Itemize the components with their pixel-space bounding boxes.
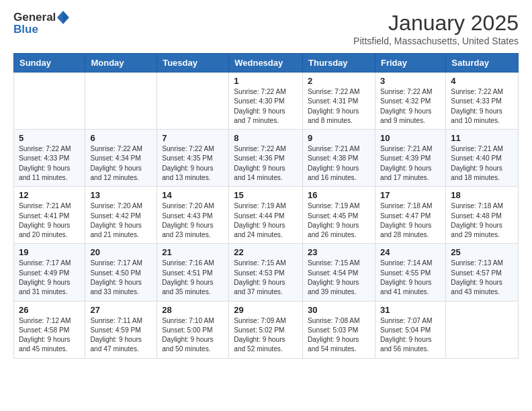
day-cell-21: 21Sunrise: 7:16 AMSunset: 4:51 PMDayligh… xyxy=(157,244,229,301)
logo-text: General Blue xyxy=(13,11,71,36)
day-info: Sunrise: 7:08 AMSunset: 5:03 PMDaylight:… xyxy=(308,316,370,355)
day-info: Sunrise: 7:19 AMSunset: 4:44 PMDaylight:… xyxy=(234,201,298,240)
day-cell-15: 15Sunrise: 7:19 AMSunset: 4:44 PMDayligh… xyxy=(229,187,303,244)
day-info: Sunrise: 7:22 AMSunset: 4:36 PMDaylight:… xyxy=(234,144,298,183)
day-cell-19: 19Sunrise: 7:17 AMSunset: 4:49 PMDayligh… xyxy=(14,244,85,301)
day-info: Sunrise: 7:22 AMSunset: 4:32 PMDaylight:… xyxy=(380,87,441,126)
day-cell-28: 28Sunrise: 7:10 AMSunset: 5:00 PMDayligh… xyxy=(157,301,229,358)
empty-cell xyxy=(157,73,229,130)
day-cell-13: 13Sunrise: 7:20 AMSunset: 4:42 PMDayligh… xyxy=(85,187,157,244)
day-cell-16: 16Sunrise: 7:19 AMSunset: 4:45 PMDayligh… xyxy=(303,187,375,244)
logo-icon xyxy=(57,11,69,24)
week-row-4: 19Sunrise: 7:17 AMSunset: 4:49 PMDayligh… xyxy=(14,244,519,301)
day-info: Sunrise: 7:22 AMSunset: 4:30 PMDaylight:… xyxy=(234,87,298,126)
day-info: Sunrise: 7:16 AMSunset: 4:51 PMDaylight:… xyxy=(162,259,224,297)
day-cell-17: 17Sunrise: 7:18 AMSunset: 4:47 PMDayligh… xyxy=(375,187,445,244)
day-info: Sunrise: 7:22 AMSunset: 4:33 PMDaylight:… xyxy=(19,144,80,183)
day-cell-4: 4Sunrise: 7:22 AMSunset: 4:33 PMDaylight… xyxy=(446,73,519,130)
day-cell-14: 14Sunrise: 7:20 AMSunset: 4:43 PMDayligh… xyxy=(157,187,229,244)
day-info: Sunrise: 7:14 AMSunset: 4:55 PMDaylight:… xyxy=(380,259,441,297)
day-number: 8 xyxy=(234,133,298,143)
day-cell-25: 25Sunrise: 7:13 AMSunset: 4:57 PMDayligh… xyxy=(446,244,519,301)
day-number: 5 xyxy=(19,133,80,143)
day-number: 18 xyxy=(451,190,513,200)
day-cell-6: 6Sunrise: 7:22 AMSunset: 4:34 PMDaylight… xyxy=(85,130,157,187)
day-info: Sunrise: 7:17 AMSunset: 4:50 PMDaylight:… xyxy=(90,259,152,297)
day-number: 28 xyxy=(162,305,224,315)
day-info: Sunrise: 7:22 AMSunset: 4:35 PMDaylight:… xyxy=(162,144,224,183)
day-info: Sunrise: 7:22 AMSunset: 4:34 PMDaylight:… xyxy=(90,144,152,183)
day-number: 29 xyxy=(234,305,298,315)
day-cell-29: 29Sunrise: 7:09 AMSunset: 5:02 PMDayligh… xyxy=(229,301,303,358)
weekday-header-tuesday: Tuesday xyxy=(157,54,229,73)
logo-general: General xyxy=(13,11,56,24)
weekday-header-row: SundayMondayTuesdayWednesdayThursdayFrid… xyxy=(14,54,519,73)
logo-blue: Blue xyxy=(13,23,71,36)
day-number: 21 xyxy=(162,247,224,257)
day-cell-7: 7Sunrise: 7:22 AMSunset: 4:35 PMDaylight… xyxy=(157,130,229,187)
day-number: 7 xyxy=(162,133,224,143)
day-number: 9 xyxy=(308,133,370,143)
day-cell-31: 31Sunrise: 7:07 AMSunset: 5:04 PMDayligh… xyxy=(375,301,445,358)
day-info: Sunrise: 7:18 AMSunset: 4:48 PMDaylight:… xyxy=(451,201,513,240)
week-row-1: 1Sunrise: 7:22 AMSunset: 4:30 PMDaylight… xyxy=(14,73,519,130)
day-cell-11: 11Sunrise: 7:21 AMSunset: 4:40 PMDayligh… xyxy=(446,130,519,187)
location: Pittsfield, Massachusetts, United States xyxy=(353,36,519,46)
day-cell-26: 26Sunrise: 7:12 AMSunset: 4:58 PMDayligh… xyxy=(14,301,85,358)
day-number: 4 xyxy=(451,76,513,86)
day-number: 16 xyxy=(308,190,370,200)
day-number: 15 xyxy=(234,190,298,200)
empty-cell xyxy=(446,301,519,358)
day-info: Sunrise: 7:12 AMSunset: 4:58 PMDaylight:… xyxy=(19,316,80,355)
weekday-header-sunday: Sunday xyxy=(14,54,85,73)
day-info: Sunrise: 7:07 AMSunset: 5:04 PMDaylight:… xyxy=(380,316,441,355)
day-cell-18: 18Sunrise: 7:18 AMSunset: 4:48 PMDayligh… xyxy=(446,187,519,244)
day-cell-20: 20Sunrise: 7:17 AMSunset: 4:50 PMDayligh… xyxy=(85,244,157,301)
day-info: Sunrise: 7:21 AMSunset: 4:38 PMDaylight:… xyxy=(308,144,370,183)
header: General Blue January 2025 Pittsfield, Ma… xyxy=(13,11,519,46)
day-info: Sunrise: 7:15 AMSunset: 4:53 PMDaylight:… xyxy=(234,259,298,297)
day-cell-24: 24Sunrise: 7:14 AMSunset: 4:55 PMDayligh… xyxy=(375,244,445,301)
day-cell-12: 12Sunrise: 7:21 AMSunset: 4:41 PMDayligh… xyxy=(14,187,85,244)
day-number: 6 xyxy=(90,133,152,143)
day-number: 26 xyxy=(19,305,80,315)
empty-cell xyxy=(85,73,157,130)
day-info: Sunrise: 7:09 AMSunset: 5:02 PMDaylight:… xyxy=(234,316,298,355)
logo: General Blue xyxy=(13,11,71,36)
day-number: 22 xyxy=(234,247,298,257)
day-number: 31 xyxy=(380,305,441,315)
day-info: Sunrise: 7:20 AMSunset: 4:43 PMDaylight:… xyxy=(162,201,224,240)
day-number: 10 xyxy=(380,133,441,143)
weekday-header-thursday: Thursday xyxy=(303,54,375,73)
day-number: 14 xyxy=(162,190,224,200)
day-cell-2: 2Sunrise: 7:22 AMSunset: 4:31 PMDaylight… xyxy=(303,73,375,130)
day-cell-3: 3Sunrise: 7:22 AMSunset: 4:32 PMDaylight… xyxy=(375,73,445,130)
day-cell-8: 8Sunrise: 7:22 AMSunset: 4:36 PMDaylight… xyxy=(229,130,303,187)
day-number: 1 xyxy=(234,76,298,86)
day-info: Sunrise: 7:22 AMSunset: 4:33 PMDaylight:… xyxy=(451,87,513,126)
empty-cell xyxy=(14,73,85,130)
week-row-3: 12Sunrise: 7:21 AMSunset: 4:41 PMDayligh… xyxy=(14,187,519,244)
day-info: Sunrise: 7:21 AMSunset: 4:40 PMDaylight:… xyxy=(451,144,513,183)
day-number: 19 xyxy=(19,247,80,257)
day-number: 25 xyxy=(451,247,513,257)
week-row-2: 5Sunrise: 7:22 AMSunset: 4:33 PMDaylight… xyxy=(14,130,519,187)
day-info: Sunrise: 7:22 AMSunset: 4:31 PMDaylight:… xyxy=(308,87,370,126)
day-info: Sunrise: 7:19 AMSunset: 4:45 PMDaylight:… xyxy=(308,201,370,240)
day-number: 20 xyxy=(90,247,152,257)
day-cell-30: 30Sunrise: 7:08 AMSunset: 5:03 PMDayligh… xyxy=(303,301,375,358)
day-info: Sunrise: 7:15 AMSunset: 4:54 PMDaylight:… xyxy=(308,259,370,297)
day-number: 12 xyxy=(19,190,80,200)
day-number: 30 xyxy=(308,305,370,315)
day-info: Sunrise: 7:11 AMSunset: 4:59 PMDaylight:… xyxy=(90,316,152,355)
day-number: 11 xyxy=(451,133,513,143)
weekday-header-wednesday: Wednesday xyxy=(229,54,303,73)
day-info: Sunrise: 7:20 AMSunset: 4:42 PMDaylight:… xyxy=(90,201,152,240)
week-row-5: 26Sunrise: 7:12 AMSunset: 4:58 PMDayligh… xyxy=(14,301,519,358)
day-cell-5: 5Sunrise: 7:22 AMSunset: 4:33 PMDaylight… xyxy=(14,130,85,187)
weekday-header-monday: Monday xyxy=(85,54,157,73)
calendar: SundayMondayTuesdayWednesdayThursdayFrid… xyxy=(13,53,519,359)
day-cell-22: 22Sunrise: 7:15 AMSunset: 4:53 PMDayligh… xyxy=(229,244,303,301)
day-number: 24 xyxy=(380,247,441,257)
day-cell-23: 23Sunrise: 7:15 AMSunset: 4:54 PMDayligh… xyxy=(303,244,375,301)
